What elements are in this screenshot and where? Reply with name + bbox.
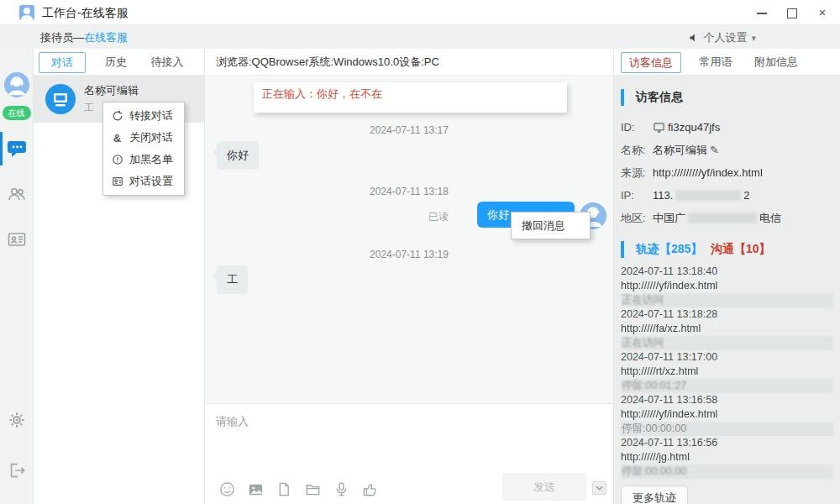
nav-visitor-cards[interactable]: [0, 223, 34, 256]
visitor-region-prefix: 中国广: [653, 211, 685, 226]
left-nav-rail: 在线: [0, 49, 34, 504]
agent-prefix-label: 接待员—: [40, 31, 84, 44]
visitor-panel-tabs: 访客信息 常用语 附加信息: [614, 49, 840, 76]
track-time: 2024-07-11 13:18:28: [621, 307, 833, 322]
emoji-icon[interactable]: [218, 480, 235, 497]
visitor-name-value: 名称可编辑: [653, 143, 707, 158]
tab-extra-info[interactable]: 附加信息: [748, 52, 804, 73]
field-label: IP:: [621, 189, 653, 202]
online-status-badge[interactable]: 在线: [3, 106, 31, 120]
visitor-source-url[interactable]: http://///////yf/index.html: [653, 166, 763, 179]
track-status: 停留:00:01:27: [621, 379, 833, 393]
edit-name-icon[interactable]: ✎: [710, 144, 719, 156]
communication-count-label: 沟通【10】: [711, 242, 771, 255]
minimize-button[interactable]: [756, 7, 768, 18]
nav-settings[interactable]: [0, 403, 34, 437]
logout-icon: [8, 461, 26, 480]
window-title: 工作台-在线客服: [42, 6, 129, 21]
mic-icon[interactable]: [333, 480, 349, 497]
menu-item-chat-settings[interactable]: 对话设置: [103, 171, 184, 192]
send-options-toggle[interactable]: [592, 481, 606, 495]
tab-visitor-info[interactable]: 访客信息: [621, 52, 681, 73]
track-url[interactable]: http://////jg.html: [621, 450, 833, 465]
tab-history[interactable]: 历史: [97, 52, 134, 73]
menu-item-transfer[interactable]: 转接对话: [103, 105, 184, 127]
typing-indicator: 正在输入：你好，在不在: [254, 82, 567, 113]
close-chat-icon: &: [111, 132, 123, 144]
track-time: 2024-07-11 13:16:56: [621, 436, 833, 450]
track-item: 2024-07-11 13:16:56 http://////jg.html 停…: [621, 436, 833, 479]
recall-message-menu-item[interactable]: 撤回消息: [511, 212, 591, 239]
field-source: 来源: http://///////yf/index.html: [621, 161, 833, 184]
file-icon[interactable]: [276, 480, 292, 497]
field-label: ID:: [621, 121, 653, 134]
folder-icon[interactable]: [304, 480, 321, 497]
chat-main-panel: 浏览器:QQBrowser系统:Windows10.0设备:PC 正在输入：你好…: [205, 49, 613, 504]
tab-dialogue[interactable]: 对话: [39, 52, 86, 73]
redacted-text: [675, 190, 741, 201]
timestamp: 2024-07-11 13:17: [205, 124, 613, 136]
send-button[interactable]: 发送: [502, 473, 586, 501]
track-url[interactable]: http://////yf/index.html: [621, 279, 833, 293]
speaker-mute-icon[interactable]: [689, 33, 699, 43]
agent-name-link[interactable]: 在线客服: [84, 31, 128, 44]
track-status: 正在访问: [621, 293, 833, 307]
conversation-tabs: 对话 历史 待接入: [34, 49, 204, 76]
message-input[interactable]: 请输入: [216, 414, 249, 429]
thumbs-up-icon[interactable]: [361, 480, 378, 497]
visitor-panel: 访客信息 常用语 附加信息 访客信息 ID: fi3zqu47jfs 名称: 名…: [613, 49, 840, 504]
track-item: 2024-07-11 13:17:00 http://///rt/xz.html…: [621, 350, 833, 393]
incoming-message-bubble[interactable]: 你好: [217, 141, 259, 170]
timestamp: 2024-07-11 13:19: [205, 249, 613, 260]
field-label: 地区:: [621, 211, 653, 226]
agent-avatar[interactable]: [4, 72, 29, 97]
track-url[interactable]: http://///fa/xz.html: [621, 322, 833, 336]
monitor-icon: [653, 121, 665, 134]
maximize-button[interactable]: [786, 7, 798, 18]
visitor-panel-body: 访客信息 ID: fi3zqu47jfs 名称: 名称可编辑 ✎ 来源: htt…: [614, 76, 840, 504]
menu-label: 转接对话: [129, 108, 173, 123]
nav-logout[interactable]: [0, 454, 34, 487]
incoming-message-bubble[interactable]: 工: [217, 265, 248, 294]
image-icon[interactable]: [247, 480, 264, 497]
message-canvas: 正在输入：你好，在不在 2024-07-11 13:17 你好 2024-07-…: [205, 76, 613, 403]
track-url[interactable]: http://////yf/index.html: [621, 407, 833, 422]
conversation-preview: 工: [84, 101, 94, 115]
visitor-ip-prefix: 113.: [653, 189, 673, 202]
menu-item-close-chat[interactable]: & 关闭对话: [103, 127, 184, 149]
nav-conversations[interactable]: [0, 132, 34, 165]
more-tracks-button[interactable]: 更多轨迹: [621, 486, 688, 504]
nav-contacts[interactable]: [0, 177, 34, 211]
track-section-header: 轨迹【285】 沟通【10】: [621, 239, 833, 260]
field-label: 名称:: [621, 143, 653, 158]
visitor-ip-suffix: 2: [743, 189, 749, 202]
menu-label: 关闭对话: [129, 130, 173, 145]
composer-toolbar: [218, 480, 378, 497]
visitor-device-header: 浏览器:QQBrowser系统:Windows10.0设备:PC: [205, 49, 613, 76]
personal-settings-button[interactable]: 个人设置: [703, 30, 747, 45]
chevron-down-icon: [596, 486, 603, 491]
track-status: 停留:00:00:00: [621, 465, 833, 479]
timestamp: 2024-07-11 13:18: [205, 186, 613, 197]
section-accent-bar: [621, 241, 624, 258]
visitor-name: 名称可编辑: [84, 83, 139, 98]
track-status: 正在访问: [621, 336, 833, 350]
menu-item-blacklist[interactable]: 加黑名单: [103, 149, 184, 171]
visitor-id-value: fi3zqu47jfs: [668, 121, 720, 134]
track-time: 2024-07-11 13:18:40: [621, 265, 833, 279]
field-region: 地区: 中国广 电信: [621, 207, 833, 229]
redacted-text: [688, 213, 757, 223]
section-title: 访客信息: [636, 90, 683, 105]
chat-bubble-icon: [7, 139, 27, 159]
read-receipt-label: 已读: [428, 210, 449, 224]
visitor-monitor-avatar: [45, 84, 76, 114]
tab-pending[interactable]: 待接入: [143, 52, 192, 73]
close-button[interactable]: ×: [816, 7, 828, 18]
tab-common-phrases[interactable]: 常用语: [694, 52, 738, 73]
track-url[interactable]: http://///rt/xz.html: [621, 365, 833, 379]
visitor-info-section-header: 访客信息: [621, 87, 833, 108]
field-id: ID: fi3zqu47jfs: [621, 116, 833, 139]
track-status: 停留:00:00:00: [621, 422, 833, 436]
track-item: 2024-07-11 13:16:58 http://////yf/index.…: [621, 393, 833, 436]
chevron-down-icon: ▾: [751, 33, 756, 44]
